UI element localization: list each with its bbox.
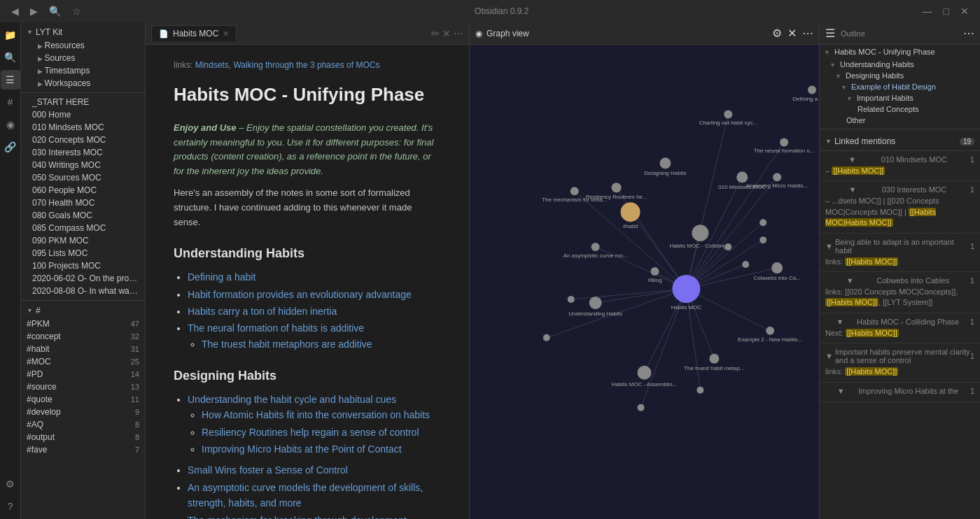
forward-button[interactable]: ▶ xyxy=(27,4,41,18)
graph-node[interactable] xyxy=(760,219,766,226)
sidebar-item[interactable]: 100 Projects MOC xyxy=(21,260,145,272)
graph-node[interactable]: #Blog xyxy=(648,267,662,283)
back-button[interactable]: ◀ xyxy=(8,4,22,18)
graph-node[interactable]: Improving Micro Habits... xyxy=(746,173,808,189)
mention-micro-header[interactable]: ▼ Improving Micro Habits at the 1 xyxy=(825,387,974,395)
mention-030-link[interactable]: [[Habits MOC|Habits MOC]] xyxy=(825,208,936,227)
right-sidebar-more[interactable]: ☰ xyxy=(825,27,835,40)
linked-mentions-header[interactable]: ▼ Linked mentions 19 xyxy=(820,132,980,151)
tab-close-button[interactable]: ✕ xyxy=(223,29,229,38)
maximize-button[interactable]: □ xyxy=(941,4,952,18)
graph-node[interactable]: Defining a habit xyxy=(792,86,819,102)
minimize-button[interactable]: — xyxy=(920,4,935,18)
sidebar-item[interactable]: 030 Interests MOC xyxy=(21,146,145,159)
tree-example[interactable]: ▼ Example of Habit Design xyxy=(820,81,980,92)
tag-item[interactable]: #habit31 xyxy=(21,343,145,355)
graph-node[interactable] xyxy=(742,261,749,268)
link-asymptotic[interactable]: An asymptotic curve models the developme… xyxy=(188,482,423,509)
tree-important[interactable]: ▼ Important Habits xyxy=(820,92,980,104)
graph-node[interactable] xyxy=(724,243,732,250)
tags-icon[interactable]: # xyxy=(1,92,20,112)
right-sidebar-actions[interactable]: ⋯ xyxy=(963,27,974,40)
graph-node[interactable] xyxy=(568,296,575,303)
sidebar-item[interactable]: 095 Lists MOC xyxy=(21,247,145,260)
tag-item[interactable]: #AQ8 xyxy=(21,418,145,431)
mention-important-link[interactable]: [[Habits MOC]] xyxy=(845,367,898,376)
graph-node[interactable]: Resiliency Routines he... xyxy=(586,183,648,200)
graph-node[interactable]: #habit xyxy=(621,202,640,229)
tag-item[interactable]: #concept32 xyxy=(21,330,145,343)
sidebar-item-resources[interactable]: ▶ Resources xyxy=(21,39,145,52)
tag-item[interactable]: #MOC25 xyxy=(21,355,145,368)
graph-node[interactable]: Example 2 - New Habits... xyxy=(738,327,802,343)
graph-node[interactable]: The neural formation o... xyxy=(754,138,815,154)
graph-node[interactable]: Habits MOC - Assemblin... xyxy=(612,366,677,388)
tag-item[interactable]: #source13 xyxy=(21,381,145,393)
close-button[interactable]: ✕ xyxy=(958,4,972,18)
link-habit-formation[interactable]: Habit formation provides an evolutionary… xyxy=(188,289,412,300)
mention-colliding-header[interactable]: ▼ Habits MOC - Colliding Phase 1 xyxy=(825,318,974,326)
tag-item[interactable]: #PD14 xyxy=(21,368,145,381)
graph-icon[interactable]: ◉ xyxy=(1,115,20,134)
graph-node[interactable]: Designing Habits xyxy=(644,157,686,176)
graph-canvas[interactable]: Habits MOC#habitUnderstanding Habits010 … xyxy=(470,45,819,519)
sidebar-item[interactable]: 080 Goals MOC xyxy=(21,209,145,222)
mention-cobwebs-link[interactable]: [[Habits MOC]] xyxy=(825,298,878,306)
sidebar-item[interactable]: _START HERE xyxy=(21,96,145,108)
sidebar-item-timestamps[interactable]: ▶ Timestamps xyxy=(21,64,145,77)
tag-item[interactable]: #quote11 xyxy=(21,393,145,406)
sidebar-item[interactable]: 050 Sources MOC xyxy=(21,171,145,184)
sidebar-item-sources[interactable]: ▶ Sources xyxy=(21,52,145,64)
graph-more-icon[interactable]: ⋯ xyxy=(802,27,813,40)
tree-designing[interactable]: ▼ Designing Habits xyxy=(820,70,980,81)
lyt-kit-header[interactable]: ▼ LYT Kit xyxy=(21,25,145,39)
tag-item[interactable]: #PKM47 xyxy=(21,318,145,330)
mention-colliding-link[interactable]: [[Habits MOC]] xyxy=(846,329,899,337)
sidebar-item[interactable]: 020 Concepts MOC xyxy=(21,134,145,146)
tag-item[interactable]: #fave7 xyxy=(21,443,145,456)
mention-adapt-link[interactable]: [[Habits MOC]] xyxy=(845,257,898,266)
habits-moc-tab[interactable]: 📄 Habits MOC ✕ xyxy=(151,25,237,41)
sidebar-item[interactable]: 085 Compass MOC xyxy=(21,222,145,234)
edit-icon[interactable]: ✏ xyxy=(431,28,440,39)
graph-node[interactable] xyxy=(696,387,704,394)
settings-icon[interactable]: ⚙ xyxy=(1,474,20,494)
sidebar-item[interactable]: 2020-06-02 O- On the proc... xyxy=(21,272,145,285)
mention-cobwebs-header[interactable]: ▼ Cobwebs into Cables 1 xyxy=(825,276,974,285)
mention-important-header[interactable]: ▼ Important habits preserve mental clari… xyxy=(825,348,974,364)
explorer-icon[interactable]: ☰ xyxy=(1,70,20,90)
bookmark-button[interactable]: ☆ xyxy=(69,4,84,18)
graph-node[interactable] xyxy=(760,236,766,243)
graph-node[interactable]: Charting out habit cyc... xyxy=(699,110,757,126)
tree-understanding[interactable]: ▼ Understanding Habits xyxy=(820,59,980,70)
tree-root[interactable]: ▼ Habits MOC - Unifying Phase xyxy=(820,45,980,59)
search-button[interactable]: 🔍 xyxy=(46,4,64,18)
graph-node[interactable]: Habits MOC - Colliding... xyxy=(669,225,731,249)
graph-node[interactable]: Understanding Habits xyxy=(568,297,622,317)
mention-adapt-header[interactable]: ▼ Being able to adapt is an important ha… xyxy=(825,238,974,255)
sidebar-item-workspaces[interactable]: ▶ Workspaces xyxy=(21,77,145,90)
breadcrumb-walking[interactable]: Walking through the 3 phases of MOCs xyxy=(233,60,379,70)
link-mechanism[interactable]: The mechanism for breaking through devel… xyxy=(188,515,407,519)
mention-010-header[interactable]: ▼ 010 Mindsets MOC 1 xyxy=(825,155,974,164)
sidebar-item[interactable]: 090 PKM MOC xyxy=(21,234,145,247)
mention-010-link[interactable]: [[Habits MOC]] xyxy=(832,166,885,175)
tag-item[interactable]: #develop9 xyxy=(21,406,145,418)
tag-item[interactable]: #output8 xyxy=(21,431,145,443)
files-icon[interactable]: 📁 xyxy=(1,25,20,45)
hash-section-header[interactable]: ▼ # xyxy=(21,304,145,318)
tree-related[interactable]: Related Concepts xyxy=(820,104,980,115)
link-habit-cycle[interactable]: Understanding the habit cycle and habitu… xyxy=(188,394,396,405)
search-icon[interactable]: 🔍 xyxy=(1,48,20,67)
tab-more-icon[interactable]: ⋯ xyxy=(454,28,463,39)
sidebar-item[interactable]: 060 People MOC xyxy=(21,184,145,197)
link-defining-habit[interactable]: Defining a habit xyxy=(188,271,255,283)
sidebar-item[interactable]: 010 Mindsets MOC xyxy=(21,121,145,134)
graph-settings-icon[interactable]: ⚙ xyxy=(772,27,782,40)
link-truest-habit[interactable]: The truest habit metaphors are additive xyxy=(202,339,372,350)
link-micro-habits[interactable]: Improving Micro Habits at the Point of C… xyxy=(202,443,402,455)
graph-node[interactable]: Habits MOC xyxy=(671,275,702,311)
graph-node[interactable] xyxy=(638,404,645,411)
link-small-wins[interactable]: Small Wins foster a Sense of Control xyxy=(188,464,348,476)
help-icon[interactable]: ? xyxy=(1,497,20,516)
